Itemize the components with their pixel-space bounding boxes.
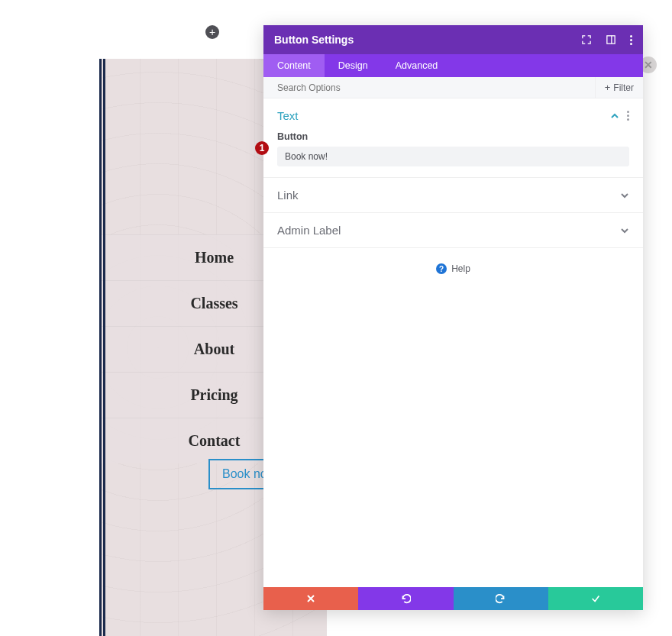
section-link-title: Link: [277, 189, 299, 202]
search-input[interactable]: [277, 82, 595, 93]
help-link[interactable]: Help: [451, 263, 470, 274]
chevron-down-icon: [620, 191, 629, 200]
panel-footer: [263, 587, 643, 610]
undo-button[interactable]: [358, 587, 453, 610]
help-icon: ?: [436, 263, 447, 274]
section-menu-icon[interactable]: [627, 111, 629, 121]
annotation-badge-1: 1: [255, 141, 269, 155]
add-section-button[interactable]: +: [205, 25, 219, 39]
button-settings-panel: Button Settings Content Design Advanced …: [263, 25, 643, 610]
search-row: + Filter: [263, 77, 643, 98]
panel-title: Button Settings: [274, 34, 354, 46]
redo-button[interactable]: [454, 587, 548, 610]
panel-layout-icon[interactable]: [606, 34, 616, 45]
section-text-header[interactable]: Text: [277, 109, 629, 122]
save-button[interactable]: [548, 587, 643, 610]
section-link: Link: [263, 178, 643, 213]
expand-icon[interactable]: [581, 34, 592, 45]
section-admin-title: Admin Label: [277, 224, 341, 237]
filter-label: Filter: [613, 82, 634, 93]
button-text-input[interactable]: [277, 147, 629, 166]
section-text-title: Text: [277, 109, 299, 122]
plus-icon: +: [605, 82, 611, 93]
tab-advanced[interactable]: Advanced: [382, 54, 452, 77]
chevron-up-icon: [610, 111, 619, 121]
section-admin-header[interactable]: Admin Label: [277, 224, 629, 237]
filter-button[interactable]: + Filter: [595, 77, 643, 98]
cancel-button[interactable]: [263, 587, 358, 610]
chevron-down-icon: [620, 226, 629, 235]
panel-menu-icon[interactable]: [630, 35, 632, 45]
svg-rect-0: [607, 36, 615, 44]
help-row: ? Help: [263, 248, 643, 289]
section-admin-label: Admin Label: [263, 213, 643, 248]
tab-design[interactable]: Design: [325, 54, 382, 77]
settings-tabs: Content Design Advanced: [263, 54, 643, 77]
section-link-header[interactable]: Link: [277, 189, 629, 202]
tab-content[interactable]: Content: [263, 54, 325, 77]
button-field-label: Button: [277, 131, 629, 142]
section-text: Text Button 1: [263, 98, 643, 178]
panel-header: Button Settings: [263, 25, 643, 54]
